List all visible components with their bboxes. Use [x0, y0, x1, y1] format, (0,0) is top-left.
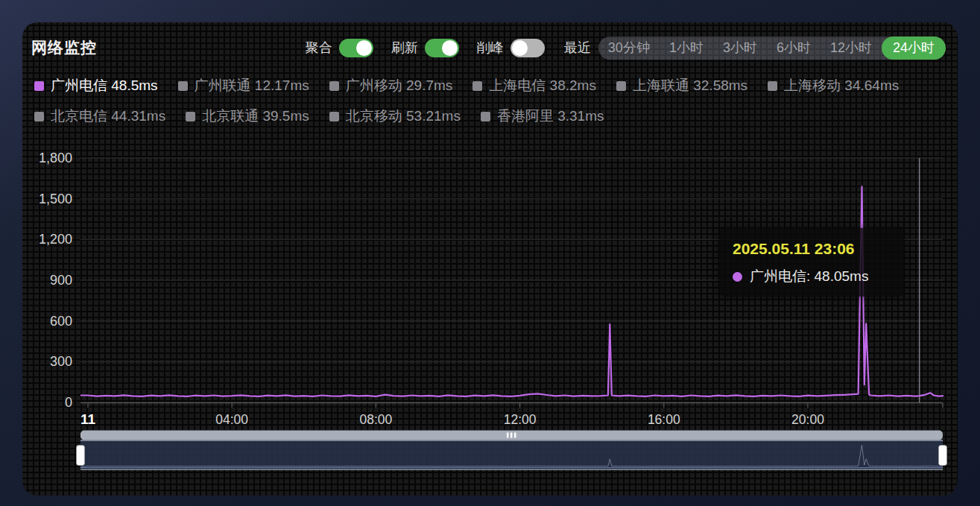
legend-marker-icon	[186, 112, 195, 121]
switch-knob	[512, 40, 528, 56]
legend-label: 广州移动 29.7ms	[346, 76, 453, 95]
toggle-label: 削峰	[477, 39, 504, 57]
switch-knob	[442, 40, 458, 56]
scrollbar-grip-icon	[514, 433, 516, 438]
legend-marker-icon	[329, 81, 339, 91]
y-axis-tick-label: 0	[65, 395, 72, 410]
legend-item-广州电信[interactable]: 广州电信 48.5ms	[34, 76, 158, 95]
legend-item-广州联通[interactable]: 广州联通 12.17ms	[178, 76, 309, 95]
range-button-group: 30分钟1小时3小时6小时12小时24小时	[598, 37, 946, 60]
series-line-guangzhou-telecom	[80, 186, 943, 396]
legend-item-上海联通[interactable]: 上海联通 32.58ms	[616, 76, 747, 95]
y-axis-tick-label: 900	[50, 273, 72, 288]
range-button-1小时[interactable]: 1小时	[660, 37, 713, 60]
range-button-30分钟[interactable]: 30分钟	[598, 37, 660, 60]
series-dot-icon	[733, 272, 742, 282]
y-axis-tick-label: 1,500	[39, 192, 72, 206]
header-controls: 聚合刷新削峰 最近 30分钟1小时3小时6小时12小时24小时	[306, 37, 946, 60]
datazoom-data-shadow	[80, 445, 943, 467]
legend-marker-icon	[34, 112, 44, 121]
toggle-label: 聚合	[306, 39, 332, 57]
y-axis-tick-label: 1,200	[39, 232, 72, 247]
x-axis-tick-label: 04:00	[215, 412, 248, 427]
toggle-刷新: 刷新	[391, 39, 459, 57]
x-axis-tick-label: 12:00	[504, 412, 537, 427]
chart-legend: 广州电信 48.5ms广州联通 12.17ms广州移动 29.7ms上海电信 3…	[34, 76, 940, 126]
datazoom-scrollbar[interactable]	[80, 431, 943, 440]
legend-item-北京联通[interactable]: 北京联通 39.5ms	[186, 107, 309, 126]
datazoom-handle-left[interactable]	[77, 446, 85, 466]
y-axis-tick-label: 300	[50, 354, 72, 369]
tooltip-value: 广州电信: 48.05ms	[750, 267, 868, 286]
legend-label: 广州电信 48.5ms	[51, 76, 158, 95]
x-axis-tick-label: 08:00	[360, 412, 393, 427]
range-button-12小时[interactable]: 12小时	[821, 37, 882, 60]
range-label: 最近	[564, 39, 591, 57]
toggle-聚合: 聚合	[306, 39, 373, 57]
legend-item-北京移动[interactable]: 北京移动 53.21ms	[329, 107, 461, 126]
x-axis-tick-label: 11	[80, 411, 96, 427]
legend-item-上海移动[interactable]: 上海移动 34.64ms	[768, 76, 899, 95]
legend-label: 北京联通 39.5ms	[202, 107, 309, 126]
legend-marker-icon	[481, 112, 490, 121]
legend-marker-icon	[34, 81, 44, 91]
page-title: 网络监控	[31, 37, 97, 58]
legend-label: 北京电信 44.31ms	[51, 107, 165, 126]
tooltip-date: 2025.05.11 23:06	[733, 240, 891, 258]
legend-label: 广州联通 12.17ms	[195, 76, 309, 95]
legend-label: 香港阿里 3.31ms	[497, 107, 604, 126]
datazoom-handle-right[interactable]	[939, 446, 947, 466]
toggle-削峰: 削峰	[477, 39, 545, 57]
toggle-switch-off[interactable]	[510, 39, 545, 57]
legend-item-北京电信[interactable]: 北京电信 44.31ms	[34, 107, 165, 126]
legend-item-上海电信[interactable]: 上海电信 38.2ms	[472, 76, 596, 95]
range-button-6小时[interactable]: 6小时	[767, 37, 821, 60]
switch-knob	[356, 40, 372, 56]
scrollbar-grip-icon	[507, 433, 508, 438]
header: 网络监控 聚合刷新削峰 最近 30分钟1小时3小时6小时12小时24小时	[22, 33, 958, 63]
legend-marker-icon	[472, 81, 482, 91]
y-axis-tick-label: 600	[50, 314, 72, 329]
legend-marker-icon	[768, 81, 777, 91]
legend-item-广州移动[interactable]: 广州移动 29.7ms	[329, 76, 453, 95]
legend-marker-icon	[178, 81, 188, 91]
chart-tooltip: 2025.05.11 23:06 广州电信: 48.05ms	[719, 228, 904, 297]
tooltip-series-row: 广州电信: 48.05ms	[733, 267, 891, 286]
toggle-switches: 聚合刷新削峰	[306, 39, 545, 57]
toggle-switch-on[interactable]	[425, 39, 459, 57]
legend-label: 北京移动 53.21ms	[346, 107, 461, 126]
y-axis-tick-label: 1,800	[39, 151, 72, 165]
legend-label: 上海联通 32.58ms	[633, 76, 747, 95]
time-range-selector: 最近 30分钟1小时3小时6小时12小时24小时	[564, 37, 946, 60]
legend-label: 上海移动 34.64ms	[784, 76, 899, 95]
x-axis-tick-label: 16:00	[648, 412, 680, 427]
legend-marker-icon	[329, 112, 339, 121]
legend-item-香港阿里[interactable]: 香港阿里 3.31ms	[481, 107, 604, 126]
range-button-3小时[interactable]: 3小时	[713, 37, 767, 60]
x-axis-tick-label: 20:00	[791, 412, 824, 427]
range-button-24小时[interactable]: 24小时	[882, 37, 946, 60]
legend-marker-icon	[616, 81, 626, 91]
scrollbar-grip-icon	[510, 433, 512, 438]
datazoom-window[interactable]	[80, 440, 943, 469]
network-monitor-panel: 网络监控 聚合刷新削峰 最近 30分钟1小时3小时6小时12小时24小时 广州电…	[22, 22, 958, 496]
legend-label: 上海电信 38.2ms	[489, 76, 596, 95]
toggle-label: 刷新	[391, 39, 418, 57]
toggle-switch-on[interactable]	[339, 39, 373, 57]
